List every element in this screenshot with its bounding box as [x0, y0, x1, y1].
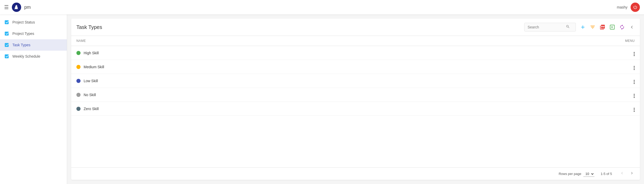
table-footer: Rows per page 10 25 50 1-5 of 5 [71, 167, 640, 180]
main-content: Task Types [67, 14, 644, 184]
row-menu-button[interactable] [634, 52, 635, 56]
cell-name: Low Skill [71, 74, 444, 88]
sidebar: Project Status Project Types Task Types … [0, 14, 67, 184]
excel-button[interactable] [609, 24, 615, 30]
project-types-icon [4, 31, 9, 36]
sidebar-label-project-status: Project Status [12, 20, 35, 24]
task-type-name: Zero Skill [84, 107, 99, 111]
task-types-icon [4, 42, 9, 48]
cell-menu [444, 60, 640, 74]
cell-name: Medium Skill [71, 60, 444, 74]
sidebar-label-task-types: Task Types [12, 43, 30, 47]
layout: Project Status Project Types Task Types … [0, 14, 644, 184]
task-type-name: No Skill [84, 93, 96, 97]
power-button[interactable] [631, 3, 640, 12]
search-icon [566, 25, 570, 30]
row-menu-button[interactable] [634, 80, 635, 84]
table-row: High Skill [71, 46, 640, 60]
row-menu-button[interactable] [634, 108, 635, 112]
cell-name: No Skill [71, 88, 444, 102]
sidebar-item-task-types[interactable]: Task Types [0, 39, 67, 51]
color-indicator [76, 107, 81, 111]
table-header-row: Name Menu [71, 36, 640, 46]
cell-menu [444, 46, 640, 60]
logo-circle [12, 3, 21, 12]
sidebar-label-project-types: Project Types [12, 32, 34, 36]
logo-icon [14, 4, 19, 10]
sidebar-label-weekly-schedule: Weekly Schedule [12, 54, 40, 58]
next-page-button[interactable] [628, 170, 636, 177]
filter-clear-button[interactable] [590, 24, 595, 30]
color-indicator [76, 51, 81, 55]
task-types-table: Name Menu High Skill [71, 36, 640, 116]
app-logo: pm [12, 3, 31, 12]
refresh-button[interactable] [619, 24, 625, 30]
prev-page-button[interactable] [618, 170, 626, 177]
sidebar-item-project-types[interactable]: Project Types [0, 28, 67, 39]
pagination-arrows [618, 170, 636, 177]
task-type-name: Low Skill [84, 79, 98, 83]
project-status-icon [4, 20, 9, 25]
content-header: Task Types [71, 19, 640, 36]
sidebar-item-project-status[interactable]: Project Status [0, 17, 67, 28]
table-row: Medium Skill [71, 60, 640, 74]
cell-menu [444, 74, 640, 88]
search-input[interactable] [528, 25, 564, 29]
task-type-name: Medium Skill [84, 65, 104, 69]
column-menu: Menu [444, 36, 640, 46]
menu-icon[interactable]: ☰ [4, 4, 9, 10]
rows-per-page: Rows per page 10 25 50 [559, 171, 594, 177]
power-icon [633, 5, 638, 10]
page-title: Task Types [76, 24, 520, 30]
task-type-name: High Skill [84, 51, 99, 55]
color-indicator [76, 79, 81, 83]
row-menu-button[interactable] [634, 94, 635, 98]
cell-name: High Skill [71, 46, 444, 60]
cell-menu [444, 88, 640, 102]
column-name: Name [71, 36, 444, 46]
pagination-info: 1-5 of 5 [601, 172, 612, 176]
cell-menu [444, 102, 640, 116]
color-indicator [76, 65, 81, 69]
search-box [524, 23, 576, 32]
add-button[interactable] [580, 24, 586, 30]
sidebar-item-weekly-schedule[interactable]: Weekly Schedule [0, 51, 67, 62]
user-name: mashy [617, 5, 627, 9]
content-panel: Task Types [71, 19, 640, 180]
row-menu-button[interactable] [634, 66, 635, 70]
rows-per-page-label: Rows per page [559, 172, 581, 176]
toolbar-icons [580, 24, 635, 30]
app-name: pm [24, 5, 31, 10]
weekly-schedule-icon [4, 54, 9, 59]
table-row: Zero Skill [71, 102, 640, 116]
topbar: ☰ pm mashy [0, 0, 644, 14]
color-indicator [76, 93, 81, 97]
cell-name: Zero Skill [71, 102, 444, 116]
table-container: Name Menu High Skill [71, 36, 640, 167]
table-row: No Skill [71, 88, 640, 102]
rows-per-page-select[interactable]: 10 25 50 [583, 171, 594, 177]
collapse-button[interactable] [629, 24, 635, 30]
table-row: Low Skill [71, 74, 640, 88]
pdf-button[interactable] [600, 24, 605, 30]
